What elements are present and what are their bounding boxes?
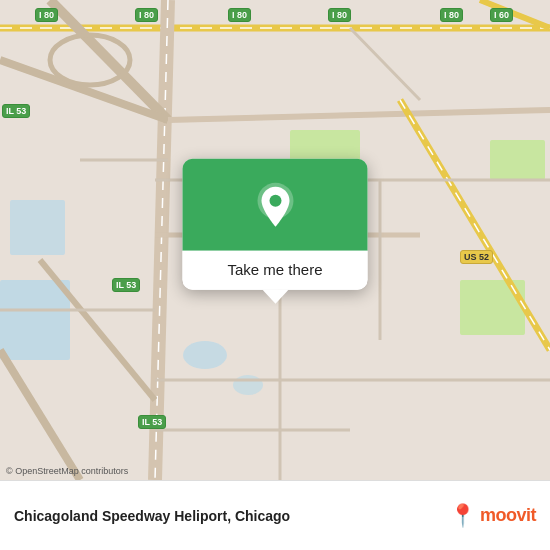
take-me-there-button[interactable]: Take me there [183, 251, 368, 290]
popup-green-header [183, 159, 368, 251]
road-label-i80-5: I 80 [440, 8, 463, 22]
svg-point-7 [233, 375, 263, 395]
svg-rect-4 [0, 280, 70, 360]
road-label-il53-1: IL 53 [2, 104, 30, 118]
moovit-pin-icon: 📍 [449, 503, 476, 529]
moovit-logo: 📍 moovit [449, 503, 536, 529]
popup-pointer [262, 290, 288, 304]
road-label-i80-1: I 80 [35, 8, 58, 22]
road-label-il53-3: IL 53 [138, 415, 166, 429]
location-title: Chicagoland Speedway Heliport, Chicago [14, 508, 449, 524]
map-attribution: © OpenStreetMap contributors [6, 466, 128, 476]
location-info: Chicagoland Speedway Heliport, Chicago [14, 508, 449, 524]
location-pin-icon [249, 181, 301, 233]
road-label-i80-2: I 80 [135, 8, 158, 22]
svg-rect-2 [490, 140, 545, 180]
road-label-i60: I 60 [490, 8, 513, 22]
road-label-il53-2: IL 53 [112, 278, 140, 292]
svg-rect-5 [10, 200, 65, 255]
road-label-i80-3: I 80 [228, 8, 251, 22]
road-label-i80-4: I 80 [328, 8, 351, 22]
location-popup: Take me there [183, 159, 368, 290]
map-container: I 80 I 80 I 80 I 80 I 80 I 60 IL 53 IL 5… [0, 0, 550, 480]
svg-point-6 [183, 341, 227, 369]
road-label-us52: US 52 [460, 250, 493, 264]
svg-point-31 [269, 195, 281, 207]
moovit-brand-text: moovit [480, 505, 536, 526]
bottom-bar: Chicagoland Speedway Heliport, Chicago 📍… [0, 480, 550, 550]
